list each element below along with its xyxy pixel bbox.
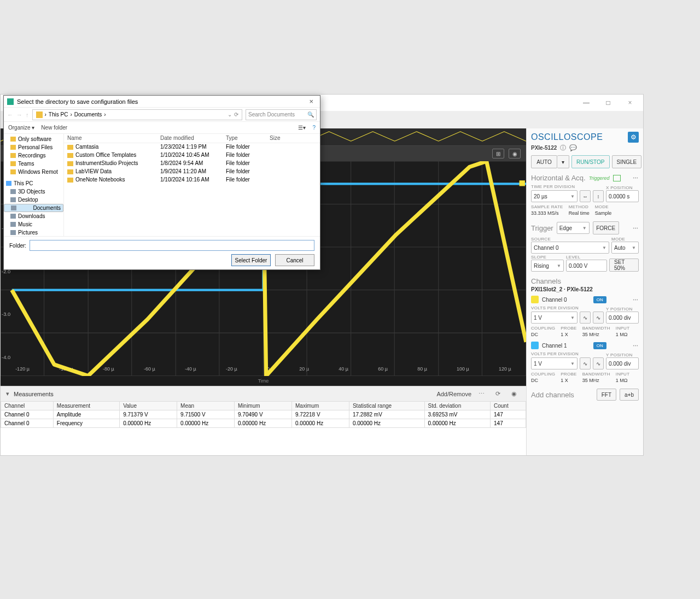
search-input[interactable]: Search Documents🔍 (246, 109, 317, 120)
ch1-ypos-input[interactable]: 0.000 div (606, 357, 639, 369)
more-icon[interactable]: ⋯ (633, 175, 639, 181)
svg-text:-3.0: -3.0 (2, 312, 10, 317)
eye-icon[interactable]: ◉ (508, 389, 521, 400)
more-icon[interactable]: ⋯ (633, 225, 639, 231)
minimize-button[interactable]: — (575, 96, 597, 109)
ch1-label: Channel 1 (542, 343, 567, 349)
wave-icon[interactable]: ∿ (593, 312, 604, 324)
breadcrumb[interactable]: › This PC› Documents› ⌄⟳ (32, 109, 243, 120)
folder-icon (67, 145, 73, 150)
folder-icon (67, 169, 73, 174)
ch1-vdiv-select[interactable]: 1 V▼ (531, 357, 578, 369)
tree-item-selected: Documents (4, 204, 63, 212)
folder-icon (67, 161, 73, 166)
more-icon[interactable]: ⋯ (633, 343, 639, 349)
device-label: PXIe-5122 (531, 145, 557, 151)
ch0-label: Channel 0 (542, 297, 567, 303)
ch1-toggle[interactable]: ON (593, 342, 606, 349)
trigger-type-select[interactable]: Edge▼ (557, 222, 590, 234)
folder-dialog: Select the directory to save configurati… (3, 95, 320, 270)
auto-dropdown[interactable]: ▾ (557, 155, 569, 168)
folder-list[interactable]: Name Date modified Type Size Camtasia1/2… (64, 134, 320, 236)
refresh-icon[interactable]: ⟳ (491, 389, 504, 400)
folder-tree[interactable]: Only software Personal Files Recordings … (4, 134, 64, 236)
add-remove-button[interactable]: Add/Remove (436, 391, 471, 397)
ch0-vdiv-select[interactable]: 1 V▼ (531, 312, 578, 324)
zoom-in-icon[interactable]: ↕ (593, 190, 604, 202)
ch1-color-icon (531, 342, 539, 349)
wave-icon[interactable]: ∿ (580, 312, 591, 324)
side-panel: OSCILLOSCOPE ⚙ PXIe-5122 ⓘ 💬 AUTO ▾ RUN/… (526, 128, 643, 455)
organize-menu[interactable]: Organize ▾ (8, 125, 34, 131)
x-axis-label: Time (1, 378, 526, 386)
dialog-titlebar: Select the directory to save configurati… (4, 96, 320, 108)
svg-rect-20 (520, 180, 525, 186)
auto-button[interactable]: AUTO (531, 155, 557, 168)
more-icon[interactable]: ⋯ (633, 297, 639, 303)
level-input[interactable]: 0.000 V (566, 260, 607, 272)
view-icon[interactable]: ☰▾ (298, 125, 306, 131)
fft-button[interactable]: FFT (597, 389, 616, 401)
xpos-input[interactable]: 0.0000 s (606, 190, 639, 202)
trigger-wave-icon (613, 175, 621, 181)
run-stop-button[interactable]: RUN/STOP (571, 155, 610, 168)
ch0-toggle[interactable]: ON (593, 296, 606, 303)
measurements-title: Measurements (14, 391, 54, 397)
dialog-app-icon (7, 98, 14, 105)
close-button[interactable]: × (619, 96, 641, 109)
chart-icon[interactable]: ⊞ (492, 149, 504, 158)
gear-icon[interactable]: ⚙ (628, 132, 639, 143)
table-row[interactable]: Channel 0Amplitude9.71379 V9.71500 V9.70… (1, 410, 526, 419)
single-button[interactable]: SINGLE (612, 155, 642, 168)
force-button[interactable]: FORCE (593, 221, 619, 234)
comment-icon[interactable]: 💬 (569, 144, 577, 151)
trig-mode-select[interactable]: Auto▼ (611, 242, 639, 254)
wave-icon[interactable]: ∿ (580, 357, 591, 369)
new-folder-button[interactable]: New folder (41, 125, 67, 131)
list-item[interactable]: InstrumentStudio Projects1/8/2024 9:54 A… (64, 159, 320, 167)
source-label: SOURCE (531, 237, 609, 242)
close-icon[interactable]: × (306, 97, 317, 105)
eye-icon[interactable]: ◉ (509, 149, 521, 158)
ch0-ypos-input[interactable]: 0.000 div (606, 312, 639, 324)
folder-icon (67, 178, 73, 183)
help-icon[interactable]: ? (312, 125, 316, 131)
horizontal-title: Horizontal & Acq. (531, 174, 586, 182)
cancel-button[interactable]: Cancel (275, 254, 314, 266)
folder-label: Folder: (9, 243, 26, 249)
trig-mode-label: MODE (611, 237, 639, 242)
list-item[interactable]: LabVIEW Data1/9/2024 11:20 AMFile folder (64, 167, 320, 175)
forward-icon[interactable]: → (16, 111, 22, 118)
info-icon[interactable]: ⓘ (560, 144, 566, 152)
measurements-header[interactable]: ▾ Measurements Add/Remove ⋯ ⟳ ◉ (1, 386, 526, 401)
set50-button[interactable]: SET 50% (609, 259, 639, 272)
table-row[interactable]: Channel 0Frequency0.00000 Hz0.00000 Hz0.… (1, 419, 526, 428)
ch0-color-icon (531, 296, 539, 303)
more-icon[interactable]: ⋯ (475, 389, 488, 400)
zoom-out-icon[interactable]: ↔ (580, 190, 591, 202)
time-div-select[interactable]: 20 µs▼ (531, 190, 578, 202)
list-item[interactable]: Custom Office Templates1/10/2024 10:45 A… (64, 151, 320, 159)
pc-icon (6, 181, 11, 186)
list-item[interactable]: OneNote Notebooks1/10/2024 10:16 AMFile … (64, 175, 320, 184)
select-folder-button[interactable]: Select Folder (231, 254, 271, 266)
dialog-nav: ← → ↑ › This PC› Documents› ⌄⟳ Search Do… (4, 108, 320, 122)
panel-title: OSCILLOSCOPE (531, 132, 603, 142)
time-div-label: TIME PER DIVISION (531, 184, 604, 189)
folder-icon (36, 111, 43, 118)
folder-icon (67, 153, 73, 158)
back-icon[interactable]: ← (7, 111, 13, 118)
wave-icon[interactable]: ∿ (593, 357, 604, 369)
slope-select[interactable]: Rising▼ (531, 260, 564, 272)
math-button[interactable]: a+b (620, 389, 639, 401)
channel-path: PXI1Slot2_2 · PXIe-5122 (531, 286, 639, 292)
maximize-button[interactable]: □ (597, 96, 619, 109)
list-item[interactable]: Camtasia1/23/2024 1:19 PMFile folder (64, 143, 320, 151)
measurements-table: ChannelMeasurementValueMeanMinimumMaximu… (1, 401, 526, 455)
channels-title: Channels (531, 277, 639, 285)
up-icon[interactable]: ↑ (26, 111, 29, 118)
svg-text:-4.0: -4.0 (2, 355, 10, 360)
level-label: LEVEL (566, 255, 607, 260)
source-select[interactable]: Channel 0▼ (531, 242, 609, 254)
folder-input[interactable] (30, 240, 314, 251)
